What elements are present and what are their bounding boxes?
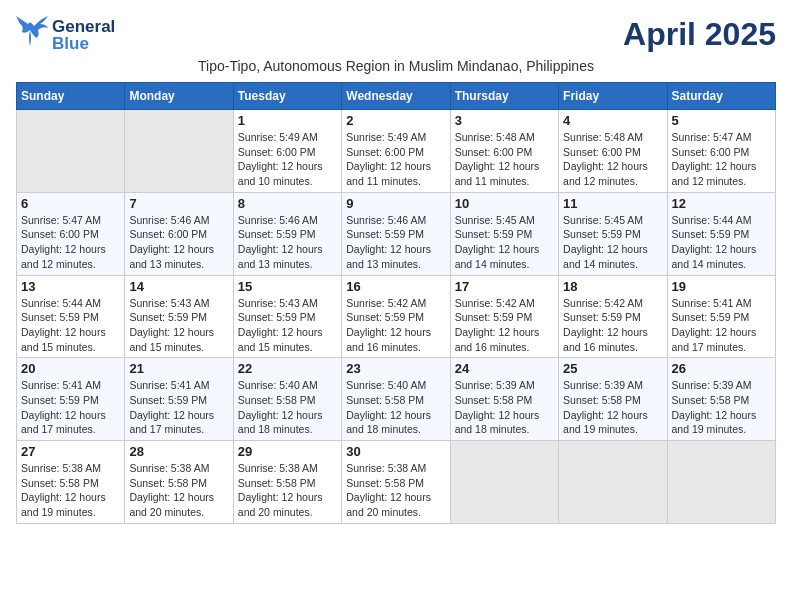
- calendar-table: SundayMondayTuesdayWednesdayThursdayFrid…: [16, 82, 776, 524]
- weekday-header-sunday: Sunday: [17, 83, 125, 110]
- calendar-cell: 27Sunrise: 5:38 AM Sunset: 5:58 PM Dayli…: [17, 441, 125, 524]
- day-number: 28: [129, 444, 228, 459]
- calendar-cell: 10Sunrise: 5:45 AM Sunset: 5:59 PM Dayli…: [450, 192, 558, 275]
- calendar-cell: 12Sunrise: 5:44 AM Sunset: 5:59 PM Dayli…: [667, 192, 775, 275]
- weekday-header-row: SundayMondayTuesdayWednesdayThursdayFrid…: [17, 83, 776, 110]
- calendar-cell: 6Sunrise: 5:47 AM Sunset: 6:00 PM Daylig…: [17, 192, 125, 275]
- day-info: Sunrise: 5:45 AM Sunset: 5:59 PM Dayligh…: [455, 213, 554, 272]
- day-info: Sunrise: 5:48 AM Sunset: 6:00 PM Dayligh…: [563, 130, 662, 189]
- day-info: Sunrise: 5:43 AM Sunset: 5:59 PM Dayligh…: [129, 296, 228, 355]
- day-info: Sunrise: 5:41 AM Sunset: 5:59 PM Dayligh…: [672, 296, 771, 355]
- month-title: April 2025: [623, 16, 776, 53]
- weekday-header-tuesday: Tuesday: [233, 83, 341, 110]
- day-info: Sunrise: 5:44 AM Sunset: 5:59 PM Dayligh…: [21, 296, 120, 355]
- day-info: Sunrise: 5:41 AM Sunset: 5:59 PM Dayligh…: [21, 378, 120, 437]
- calendar-cell: 13Sunrise: 5:44 AM Sunset: 5:59 PM Dayli…: [17, 275, 125, 358]
- weekday-header-wednesday: Wednesday: [342, 83, 450, 110]
- calendar-cell: 11Sunrise: 5:45 AM Sunset: 5:59 PM Dayli…: [559, 192, 667, 275]
- calendar-cell: 5Sunrise: 5:47 AM Sunset: 6:00 PM Daylig…: [667, 110, 775, 193]
- day-number: 18: [563, 279, 662, 294]
- day-number: 22: [238, 361, 337, 376]
- day-info: Sunrise: 5:38 AM Sunset: 5:58 PM Dayligh…: [129, 461, 228, 520]
- day-number: 21: [129, 361, 228, 376]
- calendar-cell: 24Sunrise: 5:39 AM Sunset: 5:58 PM Dayli…: [450, 358, 558, 441]
- calendar-cell: 8Sunrise: 5:46 AM Sunset: 5:59 PM Daylig…: [233, 192, 341, 275]
- calendar-cell: [450, 441, 558, 524]
- calendar-cell: 19Sunrise: 5:41 AM Sunset: 5:59 PM Dayli…: [667, 275, 775, 358]
- logo-name: General Blue: [52, 18, 115, 52]
- calendar-cell: 20Sunrise: 5:41 AM Sunset: 5:59 PM Dayli…: [17, 358, 125, 441]
- day-number: 5: [672, 113, 771, 128]
- day-number: 16: [346, 279, 445, 294]
- calendar-cell: [17, 110, 125, 193]
- week-row-5: 27Sunrise: 5:38 AM Sunset: 5:58 PM Dayli…: [17, 441, 776, 524]
- calendar-cell: 15Sunrise: 5:43 AM Sunset: 5:59 PM Dayli…: [233, 275, 341, 358]
- day-info: Sunrise: 5:49 AM Sunset: 6:00 PM Dayligh…: [346, 130, 445, 189]
- calendar-cell: 4Sunrise: 5:48 AM Sunset: 6:00 PM Daylig…: [559, 110, 667, 193]
- day-info: Sunrise: 5:42 AM Sunset: 5:59 PM Dayligh…: [563, 296, 662, 355]
- week-row-1: 1Sunrise: 5:49 AM Sunset: 6:00 PM Daylig…: [17, 110, 776, 193]
- page-header: General Blue April 2025: [16, 16, 776, 54]
- weekday-header-friday: Friday: [559, 83, 667, 110]
- day-info: Sunrise: 5:42 AM Sunset: 5:59 PM Dayligh…: [455, 296, 554, 355]
- day-info: Sunrise: 5:39 AM Sunset: 5:58 PM Dayligh…: [455, 378, 554, 437]
- day-number: 13: [21, 279, 120, 294]
- week-row-2: 6Sunrise: 5:47 AM Sunset: 6:00 PM Daylig…: [17, 192, 776, 275]
- day-info: Sunrise: 5:49 AM Sunset: 6:00 PM Dayligh…: [238, 130, 337, 189]
- day-info: Sunrise: 5:47 AM Sunset: 6:00 PM Dayligh…: [21, 213, 120, 272]
- day-number: 20: [21, 361, 120, 376]
- logo-general-text: General: [52, 18, 115, 35]
- calendar-cell: 22Sunrise: 5:40 AM Sunset: 5:58 PM Dayli…: [233, 358, 341, 441]
- day-number: 8: [238, 196, 337, 211]
- day-info: Sunrise: 5:45 AM Sunset: 5:59 PM Dayligh…: [563, 213, 662, 272]
- day-info: Sunrise: 5:41 AM Sunset: 5:59 PM Dayligh…: [129, 378, 228, 437]
- day-info: Sunrise: 5:40 AM Sunset: 5:58 PM Dayligh…: [238, 378, 337, 437]
- weekday-header-saturday: Saturday: [667, 83, 775, 110]
- calendar-cell: 14Sunrise: 5:43 AM Sunset: 5:59 PM Dayli…: [125, 275, 233, 358]
- day-number: 12: [672, 196, 771, 211]
- day-info: Sunrise: 5:38 AM Sunset: 5:58 PM Dayligh…: [21, 461, 120, 520]
- calendar-cell: 2Sunrise: 5:49 AM Sunset: 6:00 PM Daylig…: [342, 110, 450, 193]
- calendar-cell: 28Sunrise: 5:38 AM Sunset: 5:58 PM Dayli…: [125, 441, 233, 524]
- day-number: 11: [563, 196, 662, 211]
- day-info: Sunrise: 5:46 AM Sunset: 6:00 PM Dayligh…: [129, 213, 228, 272]
- day-info: Sunrise: 5:38 AM Sunset: 5:58 PM Dayligh…: [238, 461, 337, 520]
- week-row-3: 13Sunrise: 5:44 AM Sunset: 5:59 PM Dayli…: [17, 275, 776, 358]
- calendar-cell: [125, 110, 233, 193]
- calendar-cell: 26Sunrise: 5:39 AM Sunset: 5:58 PM Dayli…: [667, 358, 775, 441]
- day-info: Sunrise: 5:48 AM Sunset: 6:00 PM Dayligh…: [455, 130, 554, 189]
- calendar-cell: 7Sunrise: 5:46 AM Sunset: 6:00 PM Daylig…: [125, 192, 233, 275]
- weekday-header-thursday: Thursday: [450, 83, 558, 110]
- day-info: Sunrise: 5:47 AM Sunset: 6:00 PM Dayligh…: [672, 130, 771, 189]
- week-row-4: 20Sunrise: 5:41 AM Sunset: 5:59 PM Dayli…: [17, 358, 776, 441]
- day-info: Sunrise: 5:46 AM Sunset: 5:59 PM Dayligh…: [346, 213, 445, 272]
- day-number: 23: [346, 361, 445, 376]
- day-number: 9: [346, 196, 445, 211]
- day-number: 24: [455, 361, 554, 376]
- calendar-cell: 29Sunrise: 5:38 AM Sunset: 5:58 PM Dayli…: [233, 441, 341, 524]
- day-number: 1: [238, 113, 337, 128]
- day-info: Sunrise: 5:42 AM Sunset: 5:59 PM Dayligh…: [346, 296, 445, 355]
- day-number: 4: [563, 113, 662, 128]
- day-number: 29: [238, 444, 337, 459]
- day-number: 3: [455, 113, 554, 128]
- day-number: 27: [21, 444, 120, 459]
- calendar-cell: 21Sunrise: 5:41 AM Sunset: 5:59 PM Dayli…: [125, 358, 233, 441]
- weekday-header-monday: Monday: [125, 83, 233, 110]
- day-number: 2: [346, 113, 445, 128]
- day-number: 25: [563, 361, 662, 376]
- calendar-cell: 3Sunrise: 5:48 AM Sunset: 6:00 PM Daylig…: [450, 110, 558, 193]
- calendar-cell: 23Sunrise: 5:40 AM Sunset: 5:58 PM Dayli…: [342, 358, 450, 441]
- logo-blue-text: Blue: [52, 35, 115, 52]
- day-number: 19: [672, 279, 771, 294]
- day-number: 15: [238, 279, 337, 294]
- calendar-cell: 16Sunrise: 5:42 AM Sunset: 5:59 PM Dayli…: [342, 275, 450, 358]
- day-number: 26: [672, 361, 771, 376]
- calendar-cell: 9Sunrise: 5:46 AM Sunset: 5:59 PM Daylig…: [342, 192, 450, 275]
- day-number: 30: [346, 444, 445, 459]
- logo-icon: [16, 16, 48, 54]
- day-info: Sunrise: 5:44 AM Sunset: 5:59 PM Dayligh…: [672, 213, 771, 272]
- day-number: 7: [129, 196, 228, 211]
- day-info: Sunrise: 5:38 AM Sunset: 5:58 PM Dayligh…: [346, 461, 445, 520]
- subtitle: Tipo-Tipo, Autonomous Region in Muslim M…: [16, 58, 776, 74]
